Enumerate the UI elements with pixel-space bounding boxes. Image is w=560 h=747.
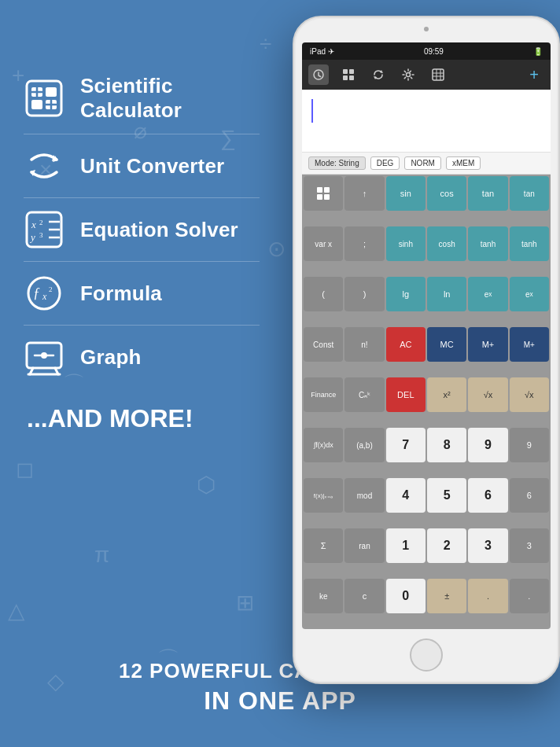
left-panel: Scientific Calculator Unit Converter x [0, 47, 283, 449]
display-area [302, 90, 551, 153]
btn-x2[interactable]: x² [427, 377, 466, 412]
btn-ab[interactable]: (a,b) [344, 428, 384, 462]
btn-sqrt[interactable]: √x [468, 377, 507, 412]
btn-ln[interactable]: ln [427, 277, 466, 311]
btn-3[interactable]: 3 [468, 528, 507, 563]
btn-c[interactable]: c [344, 579, 384, 613]
graph-icon [24, 337, 64, 377]
ipad-wrapper: iPad ✈ 09:59 🔋 [293, 16, 560, 708]
btn-cnk[interactable]: Cₙᵏ [344, 377, 384, 412]
btn-mplus[interactable]: M+ [468, 327, 507, 362]
btn-4[interactable]: 4 [386, 478, 426, 513]
calc-screen-body: Mode: String DEG NORM xMEM ↑ sin cos [302, 90, 551, 629]
btn-semicolon[interactable]: ; [344, 226, 384, 261]
mode-deg-tag[interactable]: DEG [370, 156, 400, 170]
btn-9-extra[interactable]: 9 [510, 428, 549, 462]
svg-rect-31 [343, 69, 348, 74]
button-grid: ↑ sin cos tan tan var x ; sinh cosh tanh… [304, 176, 549, 627]
btn-8[interactable]: 8 [427, 428, 466, 462]
btn-factorial[interactable]: n! [344, 327, 384, 362]
formula-icon: ƒ x 2 [24, 273, 64, 314]
feature-item-scientific: Scientific Calculator [24, 63, 260, 134]
btn-mc[interactable]: MC [427, 327, 466, 362]
btn-5[interactable]: 5 [427, 478, 466, 513]
svg-text:3: 3 [39, 231, 43, 239]
btn-sin[interactable]: sin [386, 176, 426, 211]
btn-ac[interactable]: AC [386, 327, 426, 362]
toolbar-settings-btn[interactable] [398, 64, 418, 85]
btn-integral[interactable]: ∫f(x)dx [304, 428, 343, 462]
btn-6-extra[interactable]: 6 [510, 478, 549, 513]
equation-icon: x 2 y 3 [24, 209, 64, 250]
toolbar-grid-btn[interactable] [338, 64, 359, 85]
svg-text:ƒ: ƒ [33, 285, 40, 301]
mode-xmem-tag[interactable]: xMEM [446, 156, 481, 170]
svg-rect-34 [349, 75, 354, 80]
svg-rect-0 [27, 81, 61, 116]
btn-const[interactable]: Const [304, 327, 343, 362]
btn-7[interactable]: 7 [386, 428, 426, 462]
btn-ke[interactable]: ke [304, 579, 343, 613]
btn-mod[interactable]: mod [344, 478, 384, 513]
btn-finance[interactable]: Finance [304, 377, 343, 412]
unit-icon [24, 145, 64, 186]
mode-string-tag[interactable]: Mode: String [308, 156, 366, 170]
btn-cosh[interactable]: cosh [427, 226, 466, 261]
btn-ran[interactable]: ran [344, 528, 384, 563]
btn-up[interactable]: ↑ [344, 176, 384, 211]
btn-2[interactable]: 2 [427, 528, 466, 563]
btn-lg[interactable]: lg [386, 277, 426, 311]
btn-dot[interactable]: . [468, 579, 507, 613]
btn-cos[interactable]: cos [427, 176, 466, 211]
toolbar-refresh-btn[interactable] [368, 64, 389, 85]
btn-lparen[interactable]: ( [304, 277, 343, 311]
status-left: iPad ✈ [310, 47, 334, 56]
btn-del[interactable]: DEL [386, 377, 426, 412]
btn-varx[interactable]: var x [304, 226, 343, 261]
mode-norm-tag[interactable]: NORM [404, 156, 441, 170]
ipad-screen: iPad ✈ 09:59 🔋 [302, 42, 551, 629]
status-time: 09:59 [424, 47, 444, 56]
btn-sinh[interactable]: sinh [386, 226, 426, 261]
btn-fxa[interactable]: f(x)|ₓ₌ₐ [304, 478, 343, 513]
ipad-frame: iPad ✈ 09:59 🔋 [293, 16, 560, 684]
btn-1[interactable]: 1 [386, 528, 426, 563]
svg-rect-33 [343, 75, 348, 80]
toolbar-add-btn[interactable]: + [524, 64, 544, 85]
btn-sqrt-extra[interactable]: √x [510, 377, 549, 412]
btn-ex-extra[interactable]: ex [510, 277, 549, 311]
btn-tanh[interactable]: tanh [468, 226, 507, 261]
svg-text:y: y [29, 231, 35, 243]
and-more-text: ...AND MORE! [27, 404, 260, 433]
btn-9[interactable]: 9 [468, 428, 507, 462]
svg-rect-38 [433, 69, 444, 80]
svg-text:x: x [31, 219, 36, 230]
btn-rparen[interactable]: ) [344, 277, 384, 311]
feature-list: Scientific Calculator Unit Converter x [24, 63, 260, 388]
btn-3-extra[interactable]: 3 [510, 528, 549, 563]
btn-tan-extra[interactable]: tan [510, 176, 549, 211]
ipad-camera [424, 27, 429, 31]
btn-plusminus[interactable]: ± [427, 579, 466, 613]
btn-mplus-extra[interactable]: M+ [510, 327, 549, 362]
formula-label: Formula [80, 282, 162, 306]
feature-item-equation: x 2 y 3 Equation Solver [24, 198, 260, 262]
btn-tanh-extra[interactable]: tanh [510, 226, 549, 261]
btn-grid[interactable] [304, 176, 343, 211]
ipad-home-button[interactable] [410, 638, 443, 672]
graph-label: Graph [80, 345, 142, 370]
svg-rect-3 [31, 100, 42, 109]
svg-rect-43 [317, 187, 322, 193]
btn-dot-extra[interactable]: . [510, 579, 549, 613]
feature-item-graph: Graph [24, 326, 260, 388]
status-bar: iPad ✈ 09:59 🔋 [302, 42, 551, 60]
toolbar-table-btn[interactable] [428, 64, 448, 85]
btn-sigma[interactable]: Σ [304, 528, 343, 563]
btn-6[interactable]: 6 [468, 478, 507, 513]
equation-label: Equation Solver [80, 218, 238, 242]
toolbar-history-btn[interactable] [308, 64, 329, 85]
svg-rect-32 [349, 69, 354, 74]
btn-tan[interactable]: tan [468, 176, 507, 211]
btn-0[interactable]: 0 [386, 579, 426, 613]
btn-ex[interactable]: ex [468, 277, 507, 311]
